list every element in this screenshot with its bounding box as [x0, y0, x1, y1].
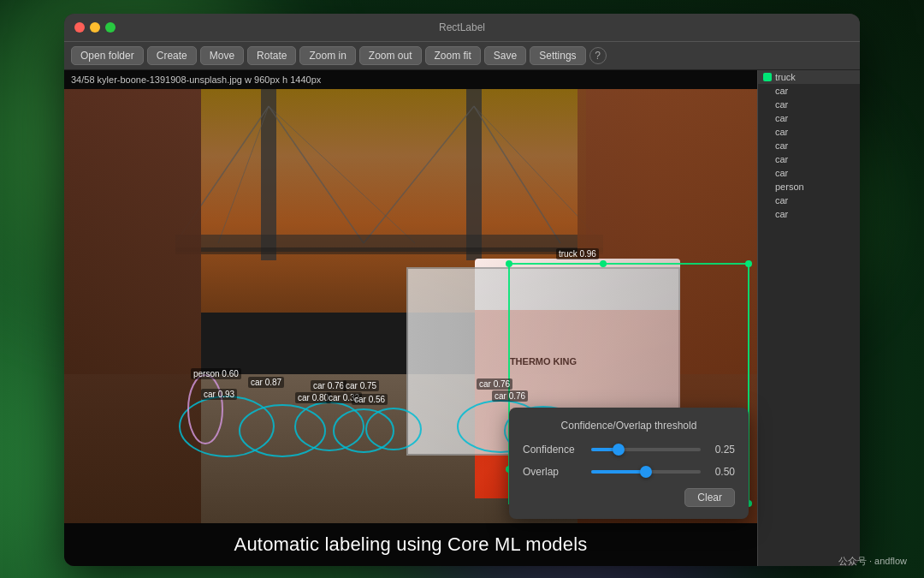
- svg-point-12: [745, 260, 752, 267]
- overlap-slider-track[interactable]: [591, 470, 701, 474]
- traffic-lights: [74, 22, 116, 33]
- move-button[interactable]: Move: [200, 46, 244, 65]
- label-panel: truck car car car car car: [757, 70, 860, 566]
- label-text: car: [775, 168, 788, 178]
- label-text: car: [775, 209, 788, 219]
- label-dot: [763, 73, 772, 81]
- label-item-truck[interactable]: truck: [758, 70, 860, 84]
- caption-text: Automatic labeling using Core ML models: [234, 533, 588, 556]
- label-text: person: [775, 182, 804, 192]
- annotation-label-person: person 0.60: [191, 368, 241, 379]
- save-button[interactable]: Save: [484, 46, 526, 65]
- label-text: car: [775, 140, 788, 151]
- label-text: truck: [775, 72, 796, 82]
- annotation-label-car2: car 0.93: [201, 389, 237, 400]
- label-text: car: [775, 195, 788, 206]
- overlap-slider-thumb[interactable]: [640, 466, 652, 478]
- app-window: RectLabel Open folder Create Move Rotate…: [64, 14, 860, 566]
- watermark: 公众号 · andflow: [838, 555, 907, 568]
- label-text: car: [775, 99, 788, 110]
- label-dot: [763, 86, 772, 95]
- label-item-car-6[interactable]: car: [758, 152, 860, 166]
- label-item-car-7[interactable]: car: [758, 166, 860, 180]
- label-item-car-3[interactable]: car: [758, 111, 860, 125]
- confidence-value: 0.25: [709, 444, 735, 456]
- label-dot: [763, 169, 772, 177]
- label-dot: [763, 196, 772, 205]
- settings-button[interactable]: Settings: [530, 46, 585, 65]
- clear-button[interactable]: Clear: [684, 488, 735, 507]
- confidence-slider-track[interactable]: [591, 448, 701, 451]
- label-item-person[interactable]: person: [758, 180, 860, 194]
- svg-point-18: [180, 396, 274, 456]
- confidence-panel: Confidence/Overlap threshold Confidence …: [509, 408, 749, 519]
- annotation-label-car8: car 0.76: [477, 378, 512, 390]
- confidence-row: Confidence 0.25: [523, 444, 735, 456]
- svg-point-20: [295, 402, 364, 450]
- minimize-button[interactable]: [90, 22, 100, 33]
- overlap-slider-fill: [591, 470, 646, 474]
- annotation-label-car1: car 0.87: [248, 377, 284, 388]
- annotation-label-car3: car 0.76: [311, 380, 346, 391]
- label-item-car-2[interactable]: car: [758, 98, 860, 111]
- main-content: THERMO KING 34/58 kyler-boone-1391908-un…: [64, 70, 860, 566]
- svg-point-11: [506, 260, 512, 267]
- title-bar: RectLabel: [64, 14, 860, 41]
- confidence-label: Confidence: [523, 444, 583, 456]
- annotation-label-truck: truck 0.96: [556, 248, 599, 259]
- svg-point-19: [240, 405, 325, 456]
- label-dot: [763, 114, 772, 122]
- svg-point-17: [600, 260, 607, 267]
- label-item-car-9[interactable]: car: [758, 207, 860, 221]
- app-title: RectLabel: [439, 21, 485, 33]
- maximize-button[interactable]: [105, 22, 116, 33]
- label-dot: [763, 210, 772, 218]
- label-text: car: [775, 127, 788, 137]
- watermark-text: 公众号 · andflow: [838, 556, 907, 566]
- zoom-out-button[interactable]: Zoom out: [359, 46, 422, 65]
- label-dot: [763, 128, 772, 136]
- label-text: car: [775, 113, 788, 123]
- help-button[interactable]: ?: [589, 47, 607, 64]
- overlap-value: 0.50: [709, 466, 735, 478]
- annotation-label-car9: car 0.76: [492, 390, 528, 402]
- zoom-in-button[interactable]: Zoom in: [299, 46, 355, 65]
- toolbar: Open folder Create Move Rotate Zoom in Z…: [64, 41, 860, 70]
- label-dot: [763, 100, 772, 109]
- label-dot: [763, 155, 772, 164]
- svg-point-25: [188, 375, 222, 444]
- label-item-car-8[interactable]: car: [758, 194, 860, 207]
- overlap-label: Overlap: [523, 466, 583, 478]
- label-item-car-5[interactable]: car: [758, 139, 860, 152]
- create-button[interactable]: Create: [147, 46, 197, 65]
- label-text: car: [775, 86, 788, 96]
- annotation-label-car7: car 0.56: [352, 394, 388, 405]
- zoom-fit-button[interactable]: Zoom fit: [425, 46, 481, 65]
- label-dot: [763, 141, 772, 150]
- rotate-button[interactable]: Rotate: [247, 46, 296, 65]
- confidence-slider-fill: [591, 448, 619, 451]
- open-folder-button[interactable]: Open folder: [71, 46, 144, 65]
- overlap-row: Overlap 0.50: [523, 466, 735, 478]
- confidence-panel-title: Confidence/Overlap threshold: [523, 420, 735, 432]
- label-item-car-1[interactable]: car: [758, 84, 860, 98]
- label-item-car-4[interactable]: car: [758, 125, 860, 139]
- label-dot: [763, 182, 772, 191]
- bottom-caption: Automatic labeling using Core ML models: [64, 523, 757, 566]
- close-button[interactable]: [74, 22, 85, 33]
- annotation-label-car4: car 0.75: [343, 380, 379, 391]
- confidence-slider-thumb[interactable]: [613, 444, 625, 456]
- label-text: car: [775, 154, 788, 164]
